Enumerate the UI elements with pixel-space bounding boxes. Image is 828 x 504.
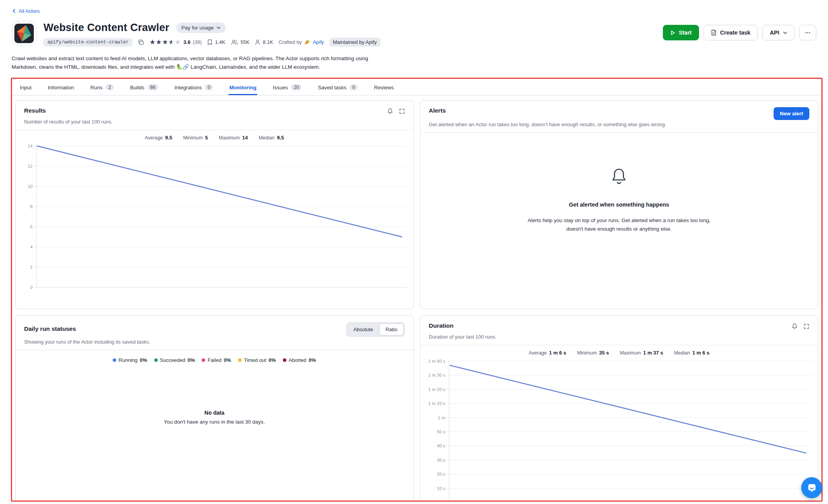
svg-text:50 s: 50 s [437,429,445,434]
actor-description: Crawl websites and extract text content … [12,54,375,71]
expand-icon[interactable] [804,323,809,329]
chart-stat-maximum: Maximum14 [219,135,248,141]
divider [16,130,413,130]
bell-large-icon [610,167,628,186]
toggle-absolute[interactable]: Absolute [347,323,380,335]
tab-count-badge: 20 [291,84,302,90]
chat-widget-button[interactable] [801,477,822,498]
legend-item-running[interactable]: Running 0% [113,357,147,363]
chart-stat-minimum: Minimum5 [183,135,208,141]
tab-label: Builds [130,85,145,90]
bell-icon[interactable] [387,108,393,115]
duration-title: Duration [429,322,454,329]
svg-text:30 s: 30 s [437,458,445,462]
tab-count-badge: 2 [106,84,114,90]
svg-text:10 s: 10 s [437,486,445,491]
svg-text:1 m 30 s: 1 m 30 s [428,373,445,377]
toggle-ratio[interactable]: Ratio [379,323,403,335]
tab-monitoring[interactable]: Monitoring [228,79,257,95]
bookmark-icon [207,39,213,45]
duration-subtitle: Duration of your last 100 runs. [429,334,810,340]
results-stats: Average9.5Minimum5Maximum14Median9.5 [16,135,413,141]
apify-logo-icon [304,40,310,45]
svg-text:8: 8 [30,204,33,209]
tab-builds[interactable]: Builds66 [129,79,159,95]
daily-subtitle: Showing your runs of the Actor including… [24,339,405,345]
chevron-down-icon [216,26,221,29]
results-subtitle: Number of results of your last 100 runs. [24,119,405,125]
svg-text:1 m 40 s: 1 m 40 s [428,359,445,363]
no-data-title: No data [16,410,413,416]
alerts-empty-state: Get alerted when something happens Alert… [420,133,818,233]
document-icon [711,30,716,36]
svg-text:12: 12 [28,164,33,169]
start-button[interactable]: Start [663,25,699,40]
divider [420,345,818,345]
legend-item-failed[interactable]: Failed 0% [202,357,231,363]
api-button[interactable]: API [762,25,794,40]
create-task-button[interactable]: Create task [704,25,758,40]
tab-input[interactable]: Input [19,79,32,95]
rating-value: 3.6 [183,39,190,45]
chart-stat-average: Average9.5 [145,135,172,141]
tab-count-badge: 0 [350,84,358,90]
copy-icon[interactable] [138,39,144,45]
results-chart-area: 14121086420 [16,141,413,294]
tab-label: Monitoring [229,85,256,90]
pricing-badge[interactable]: Pay for usage [176,23,226,33]
legend-item-timed-out[interactable]: Timed out 0% [238,357,276,363]
users-count: 55K [231,39,249,45]
alerts-title: Alerts [429,107,446,114]
svg-text:10: 10 [28,184,33,189]
actor-logo [12,21,37,47]
breadcrumb[interactable]: All Actors [12,8,40,14]
tab-reviews[interactable]: Reviews [373,79,395,95]
duration-chart-area: 1 m 40 s1 m 30 s1 m 20 s1 m 10 s1 m50 s4… [420,356,818,500]
bell-icon[interactable] [791,323,798,330]
chart-stat-minimum: Minimum35 s [577,350,609,356]
legend-dot-icon [202,358,205,362]
tab-runs[interactable]: Runs2 [90,79,115,95]
maintained-badge: Maintained by Apify [329,38,380,47]
svg-text:40 s: 40 s [437,443,445,448]
action-bar: Start Create task API ⋯ [663,25,816,40]
alerts-empty-line2: doesn't have enough results or anything … [528,225,711,233]
tab-issues[interactable]: Issues20 [272,79,302,95]
alerts-empty-line1: Alerts help you stay on top of your runs… [528,216,711,225]
tab-label: Input [20,85,31,90]
results-title: Results [24,107,46,114]
author-link[interactable]: Apify [313,39,324,45]
chevron-left-icon [12,9,16,13]
svg-text:1 m 10 s: 1 m 10 s [428,401,445,406]
breadcrumb-label: All Actors [19,8,40,14]
legend-dot-icon [154,358,158,362]
tab-saved-tasks[interactable]: Saved tasks0 [317,79,358,95]
tab-information[interactable]: Information [47,79,75,95]
divider [16,350,413,350]
chart-stat-median: Median1 m 6 s [674,350,709,356]
svg-text:6: 6 [30,224,33,229]
annotation-frame: InputInformationRuns2Builds66Integration… [11,78,823,502]
person-icon [255,39,260,45]
tab-label: Issues [273,85,288,90]
duration-line-chart: 1 m 40 s1 m 30 s1 m 20 s1 m 10 s1 m50 s4… [424,357,813,500]
duration-card: Duration Duration of your last 100 runs.… [420,315,819,500]
chevron-down-icon [783,31,787,34]
legend-item-succeeded[interactable]: Succeeded 0% [154,357,195,363]
tab-label: Integrations [174,85,202,90]
stars-icon: ★★★★★★★★★★ [150,39,181,45]
play-icon [670,30,675,35]
new-alert-button[interactable]: New alert [774,107,809,120]
more-actions-button[interactable]: ⋯ [799,25,817,40]
absolute-ratio-toggle: AbsoluteRatio [346,322,405,337]
expand-icon[interactable] [399,108,405,114]
legend-item-aborted[interactable]: Aborted 0% [283,357,316,363]
tab-label: Saved tasks [318,85,347,90]
svg-text:4: 4 [30,245,33,249]
svg-text:1 m: 1 m [438,415,445,420]
chart-stat-median: Median9.5 [259,135,284,141]
actor-header: Website Content Crawler Pay for usage ap… [12,21,816,47]
tab-label: Runs [91,85,103,90]
tab-integrations[interactable]: Integrations0 [174,79,214,95]
status-legend: Running 0%Succeeded 0%Failed 0%Timed out… [16,357,413,363]
